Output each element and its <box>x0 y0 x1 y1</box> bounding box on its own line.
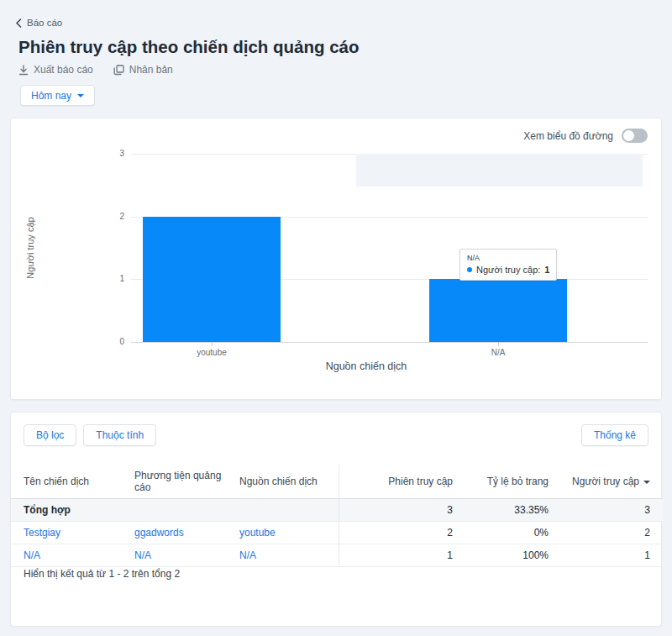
sort-desc-icon <box>643 481 650 484</box>
chart-hover-band <box>356 154 643 187</box>
source-link[interactable]: youtube <box>239 527 276 539</box>
table-row: N/A N/A N/A 1 100% 1 <box>11 544 663 567</box>
y-tick-label: 3 <box>99 149 124 158</box>
bar-N/A[interactable] <box>429 279 567 342</box>
chevron-left-icon <box>15 18 22 28</box>
export-report-label: Xuất báo cáo <box>34 64 93 76</box>
y-axis-ticks: 0123 <box>99 154 124 342</box>
campaign-link[interactable]: Testgiay <box>24 527 60 539</box>
line-chart-toggle[interactable] <box>622 129 648 143</box>
results-summary: Hiển thị kết quả từ 1 - 2 trên tổng 2 <box>24 568 180 580</box>
chevron-down-icon <box>77 94 84 97</box>
x-category-label: N/A <box>448 348 549 357</box>
summary-row: Tổng hợp 3 33.35% 3 <box>11 499 663 522</box>
download-icon <box>18 65 29 76</box>
visitors-value: 1 <box>549 544 663 567</box>
x-tick-mark <box>498 342 499 346</box>
series-dot-icon <box>467 267 472 272</box>
bounce-rate-value: 0% <box>453 522 549 544</box>
summary-label: Tổng hợp <box>11 499 134 522</box>
column-header-visitors[interactable]: Người truy cập <box>549 465 663 499</box>
table-header-row: Tên chiến dịch Phương tiện quảng cáo Ngu… <box>11 465 663 499</box>
bar-youtube[interactable] <box>143 217 281 342</box>
sessions-value: 2 <box>339 522 453 544</box>
y-tick-label: 0 <box>99 337 124 346</box>
report-table: Tên chiến dịch Phương tiện quảng cáo Ngu… <box>11 465 663 567</box>
tooltip-category: N/A <box>467 254 549 262</box>
report-table-card: Bộ lọc Thuộc tính Thống kê Tên chiến dịc… <box>10 412 662 627</box>
duplicate-button[interactable]: Nhân bản <box>113 64 173 76</box>
source-link[interactable]: N/A <box>239 549 256 561</box>
line-chart-toggle-row: Xem biểu đồ đường <box>523 129 648 143</box>
duplicate-label: Nhân bản <box>129 64 173 76</box>
visitors-value: 2 <box>549 522 663 544</box>
tooltip-value: 1 <box>544 265 549 275</box>
filter-button[interactable]: Bộ lọc <box>24 424 76 446</box>
y-tick-label: 2 <box>99 212 124 221</box>
x-axis-title: Nguồn chiến dịch <box>131 360 601 372</box>
toggle-knob <box>623 130 634 141</box>
column-header-bounce-rate[interactable]: Tỷ lệ bỏ trang <box>453 465 549 499</box>
column-header-visitors-label: Người truy cập <box>572 476 639 487</box>
column-header-medium[interactable]: Phương tiện quảng cáo <box>134 465 239 499</box>
column-header-source[interactable]: Nguồn chiến dịch <box>239 465 339 499</box>
column-header-campaign[interactable]: Tên chiến dịch <box>11 465 134 499</box>
duplicate-icon <box>113 65 124 76</box>
date-filter-button[interactable]: Hôm nay <box>20 85 95 106</box>
x-tick-mark <box>212 342 213 346</box>
tooltip-series-label: Người truy cập: <box>476 265 540 275</box>
sessions-value: 1 <box>339 544 453 567</box>
attributes-button[interactable]: Thuộc tính <box>83 424 156 446</box>
date-filter-label: Hôm nay <box>31 90 71 102</box>
chart-tooltip: N/A Người truy cập: 1 <box>459 249 557 281</box>
statistics-button[interactable]: Thống kê <box>581 424 648 446</box>
medium-link[interactable]: ggadwords <box>134 527 184 539</box>
header-actions: Xuất báo cáo Nhân bản <box>18 64 173 76</box>
summary-visitors: 3 <box>549 499 663 522</box>
breadcrumb[interactable]: Báo cáo <box>15 18 62 28</box>
y-axis-title: Người truy cập <box>25 206 35 290</box>
campaign-link[interactable]: N/A <box>24 549 40 561</box>
medium-link[interactable]: N/A <box>134 549 151 561</box>
summary-bounce-rate: 33.35% <box>453 499 549 522</box>
x-axis-line <box>131 342 648 343</box>
y-tick-label: 1 <box>99 274 124 283</box>
summary-sessions: 3 <box>339 499 453 522</box>
table-toolbar: Bộ lọc Thuộc tính Thống kê <box>24 424 648 446</box>
x-category-label: youtube <box>161 348 262 357</box>
export-report-button[interactable]: Xuất báo cáo <box>18 64 93 76</box>
bounce-rate-value: 100% <box>453 544 549 567</box>
breadcrumb-label: Báo cáo <box>27 18 62 28</box>
table-row: Testgiay ggadwords youtube 2 0% 2 <box>11 522 663 544</box>
column-header-sessions[interactable]: Phiên truy cập <box>339 465 453 499</box>
line-chart-toggle-label: Xem biểu đồ đường <box>523 130 613 142</box>
page-title: Phiên truy cập theo chiến dịch quảng cáo <box>18 37 360 57</box>
chart-card: Xem biểu đồ đường Người truy cập 0123 yo… <box>10 118 662 400</box>
